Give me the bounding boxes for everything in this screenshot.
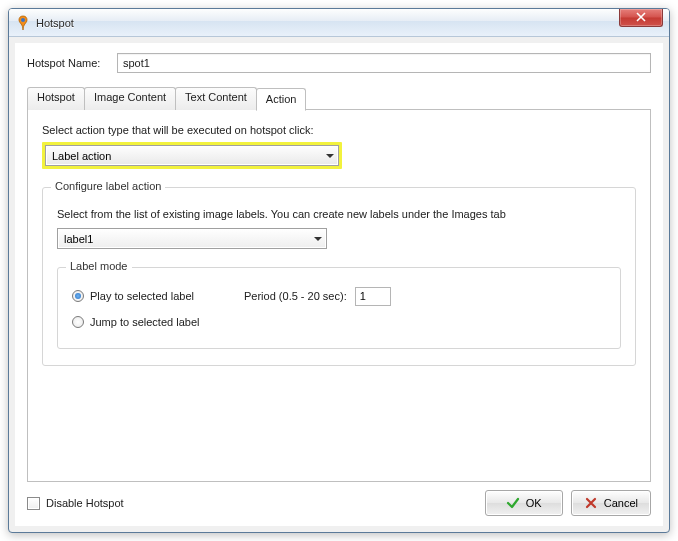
label-dropdown[interactable]: label1 <box>57 228 327 249</box>
radio-play-to-label[interactable] <box>72 290 84 302</box>
configure-legend: Configure label action <box>51 180 165 192</box>
close-button[interactable] <box>619 9 663 27</box>
disable-hotspot-checkbox[interactable] <box>27 497 40 510</box>
tab-action[interactable]: Action <box>256 88 307 111</box>
radio-jump-row: Jump to selected label <box>72 312 606 332</box>
period-label: Period (0.5 - 20 sec): <box>244 290 347 302</box>
tab-text-content[interactable]: Text Content <box>175 87 257 110</box>
tab-image-content[interactable]: Image Content <box>84 87 176 110</box>
close-icon <box>636 12 646 22</box>
configure-hint: Select from the list of existing image l… <box>57 208 621 220</box>
cancel-label: Cancel <box>604 497 638 509</box>
ok-button[interactable]: OK <box>485 490 563 516</box>
cancel-button[interactable]: Cancel <box>571 490 651 516</box>
app-icon <box>15 15 31 31</box>
radio-jump-label: Jump to selected label <box>90 316 199 328</box>
window-title: Hotspot <box>36 17 619 29</box>
disable-hotspot-label: Disable Hotspot <box>46 497 124 509</box>
dialog-window: Hotspot Hotspot Name: Hotspot Image Cont… <box>8 8 670 533</box>
action-type-value: Label action <box>52 150 111 162</box>
hotspot-name-row: Hotspot Name: <box>27 53 651 73</box>
label-mode-legend: Label mode <box>66 260 132 272</box>
radio-play-label: Play to selected label <box>90 290 240 302</box>
tab-headers: Hotspot Image Content Text Content Actio… <box>27 87 651 110</box>
cancel-icon <box>584 496 598 510</box>
dialog-body: Hotspot Name: Hotspot Image Content Text… <box>15 43 663 526</box>
period-input[interactable] <box>355 287 391 306</box>
label-mode-group: Label mode Play to selected label Period… <box>57 267 621 349</box>
tab-hotspot[interactable]: Hotspot <box>27 87 85 110</box>
action-type-highlight: Label action <box>42 142 342 169</box>
ok-label: OK <box>526 497 542 509</box>
hotspot-name-label: Hotspot Name: <box>27 57 117 69</box>
check-icon <box>506 496 520 510</box>
hotspot-name-input[interactable] <box>117 53 651 73</box>
label-dropdown-value: label1 <box>64 233 93 245</box>
radio-jump-to-label[interactable] <box>72 316 84 328</box>
chevron-down-icon <box>326 154 334 158</box>
titlebar[interactable]: Hotspot <box>9 9 669 37</box>
chevron-down-icon <box>314 237 322 241</box>
radio-play-row: Play to selected label Period (0.5 - 20 … <box>72 286 606 306</box>
svg-point-0 <box>21 18 25 22</box>
action-type-dropdown[interactable]: Label action <box>45 145 339 166</box>
dialog-footer: Disable Hotspot OK Cancel <box>27 482 651 516</box>
tabs: Hotspot Image Content Text Content Actio… <box>27 87 651 482</box>
tab-pane-action: Select action type that will be executed… <box>27 109 651 482</box>
configure-label-action-group: Configure label action Select from the l… <box>42 187 636 366</box>
action-prompt: Select action type that will be executed… <box>42 124 636 136</box>
